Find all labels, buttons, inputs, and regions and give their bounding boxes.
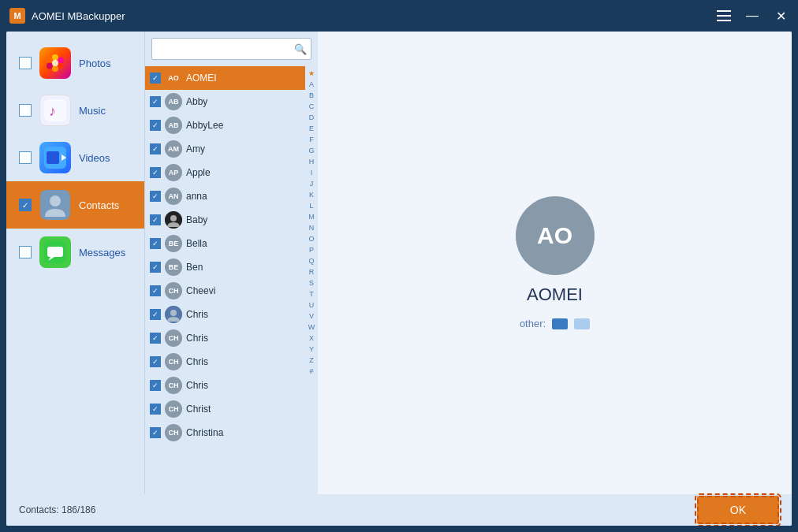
- alpha-letter[interactable]: W: [308, 322, 315, 333]
- minimize-button[interactable]: —: [744, 8, 760, 24]
- alpha-letter[interactable]: U: [309, 299, 315, 311]
- contact-name: Chris: [186, 380, 300, 391]
- contact-star: ★: [293, 73, 300, 84]
- alpha-letter[interactable]: K: [309, 189, 314, 200]
- messages-checkbox[interactable]: [19, 246, 32, 259]
- contact-checkbox[interactable]: [150, 262, 161, 273]
- alpha-letter[interactable]: D: [309, 112, 315, 123]
- alpha-letter[interactable]: Q: [308, 255, 314, 266]
- contact-checkbox[interactable]: [150, 143, 161, 154]
- contact-item[interactable]: ABAbby: [145, 90, 305, 113]
- photos-label: Photos: [79, 58, 110, 69]
- contacts-checkbox[interactable]: [19, 199, 32, 211]
- menu-icon[interactable]: [716, 8, 732, 24]
- search-input[interactable]: [151, 38, 311, 60]
- alpha-letter[interactable]: R: [309, 266, 315, 277]
- music-checkbox[interactable]: [19, 104, 32, 117]
- alpha-letter[interactable]: I: [311, 167, 313, 178]
- alpha-letter[interactable]: F: [309, 134, 314, 145]
- detail-other: other:: [520, 318, 590, 329]
- contact-checkbox[interactable]: [150, 214, 161, 225]
- alpha-letter[interactable]: P: [309, 244, 314, 255]
- contact-item[interactable]: Chris: [145, 303, 305, 326]
- alpha-letter[interactable]: S: [309, 277, 314, 288]
- contact-item[interactable]: CHChris: [145, 350, 305, 374]
- svg-rect-1: [717, 15, 731, 17]
- alpha-letter[interactable]: N: [309, 222, 315, 233]
- contact-checkbox[interactable]: [150, 309, 161, 320]
- contact-checkbox[interactable]: [150, 380, 161, 391]
- alpha-letter[interactable]: H: [309, 156, 315, 167]
- svg-rect-13: [47, 151, 59, 164]
- photos-checkbox[interactable]: [19, 57, 32, 69]
- contact-item[interactable]: ABAbbyLee: [145, 113, 305, 137]
- status-bar: Contacts: 186/186: [19, 504, 95, 515]
- contact-checkbox[interactable]: [150, 285, 161, 296]
- alpha-letter[interactable]: E: [309, 123, 314, 134]
- alpha-letter[interactable]: X: [309, 333, 314, 344]
- contact-item[interactable]: CHCheevi: [145, 279, 305, 303]
- contact-name: Baby: [186, 214, 300, 225]
- contact-avatar: CH: [165, 282, 182, 299]
- sidebar-item-photos[interactable]: Photos: [6, 39, 144, 87]
- alpha-letter[interactable]: A: [309, 79, 314, 90]
- search-input-wrap: 🔍: [151, 38, 311, 60]
- svg-point-8: [52, 65, 58, 72]
- alpha-letter[interactable]: #: [309, 366, 313, 377]
- contact-checkbox[interactable]: [150, 356, 161, 367]
- detail-color-box-1: [552, 318, 568, 329]
- alpha-letter[interactable]: J: [310, 178, 314, 189]
- alpha-letter[interactable]: T: [309, 288, 314, 299]
- sidebar-item-videos[interactable]: Videos: [6, 134, 144, 181]
- alpha-letter[interactable]: C: [309, 101, 315, 112]
- contact-avatar: CH: [165, 424, 182, 441]
- photos-icon: [39, 47, 71, 79]
- sidebar-item-messages[interactable]: Messages: [6, 229, 144, 276]
- contact-name: AbbyLee: [186, 120, 300, 131]
- contact-checkbox[interactable]: [150, 404, 161, 415]
- detail-color-box-2: [574, 318, 590, 329]
- contact-checkbox[interactable]: [150, 120, 161, 131]
- contact-checkbox[interactable]: [150, 333, 161, 344]
- svg-point-7: [58, 63, 64, 69]
- alpha-letter[interactable]: V: [309, 311, 314, 322]
- contact-item[interactable]: ANanna: [145, 184, 305, 208]
- contact-name: AOMEI: [186, 73, 289, 84]
- contact-checkbox[interactable]: [150, 427, 161, 438]
- alpha-letter[interactable]: G: [308, 145, 314, 156]
- contact-avatar: BE: [165, 259, 182, 276]
- messages-label: Messages: [79, 247, 125, 259]
- contact-item[interactable]: CHChris: [145, 326, 305, 350]
- contact-item[interactable]: APApple: [145, 161, 305, 184]
- contact-item[interactable]: AMAmy: [145, 137, 305, 161]
- contact-item[interactable]: AOAOMEI★: [145, 66, 305, 90]
- close-button[interactable]: ✕: [773, 8, 789, 24]
- alpha-letter[interactable]: ★: [308, 68, 315, 79]
- contact-item[interactable]: CHChris: [145, 374, 305, 397]
- sidebar-item-contacts[interactable]: Contacts: [6, 181, 144, 229]
- alpha-letter[interactable]: B: [309, 90, 314, 101]
- alpha-letter[interactable]: Z: [309, 355, 314, 366]
- contacts-label: Contacts: [79, 199, 119, 211]
- alpha-letter[interactable]: Y: [309, 344, 314, 355]
- ok-button[interactable]: OK: [697, 496, 779, 524]
- videos-icon: [39, 142, 71, 173]
- contact-name: Chris: [186, 309, 300, 320]
- other-label: other:: [520, 318, 546, 329]
- contact-item[interactable]: Baby: [145, 208, 305, 232]
- alpha-letter[interactable]: M: [308, 211, 315, 222]
- alpha-letter[interactable]: O: [308, 233, 314, 244]
- messages-icon: [39, 236, 71, 268]
- videos-checkbox[interactable]: [19, 151, 32, 164]
- sidebar-item-music[interactable]: ♪ Music: [6, 87, 144, 134]
- alpha-letter[interactable]: L: [309, 200, 313, 211]
- contact-item[interactable]: CHChristina: [145, 421, 305, 445]
- contact-item[interactable]: CHChrist: [145, 397, 305, 421]
- contact-checkbox[interactable]: [150, 73, 161, 84]
- contact-checkbox[interactable]: [150, 238, 161, 249]
- contact-item[interactable]: BEBen: [145, 255, 305, 279]
- contact-checkbox[interactable]: [150, 167, 161, 178]
- contact-checkbox[interactable]: [150, 191, 161, 202]
- contact-checkbox[interactable]: [150, 96, 161, 107]
- contact-item[interactable]: BEBella: [145, 232, 305, 255]
